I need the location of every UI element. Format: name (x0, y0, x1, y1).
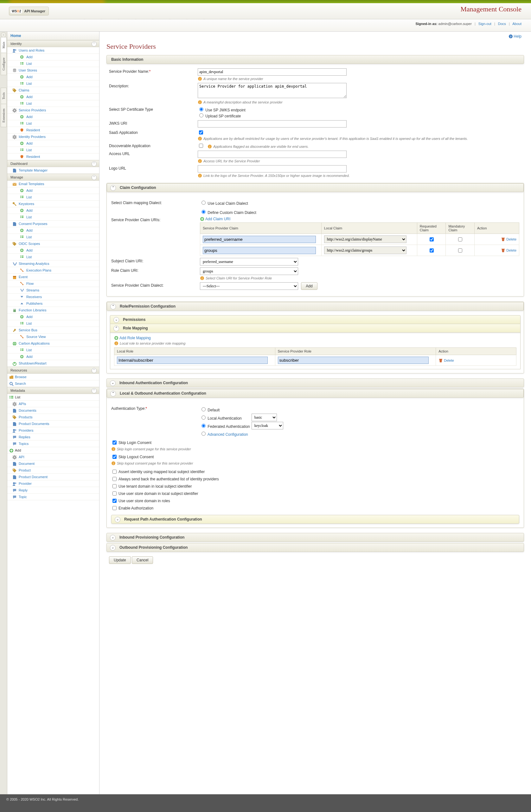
vtab-tools[interactable]: Tools (1, 88, 6, 104)
cancel-button[interactable]: Cancel (132, 556, 153, 564)
local-claim-select[interactable]: http://wso2.org/claims/groups (324, 247, 406, 254)
nav-users-roles[interactable]: Users and Roles (7, 47, 99, 54)
delete-role-mapping-link[interactable]: Delete (438, 359, 454, 362)
section-outbound-provisioning[interactable]: ⌄Outbound Provisioning Configuration (107, 543, 524, 552)
sp-dialect-select[interactable]: ---Select--- (200, 282, 298, 290)
nav-email-list[interactable]: List (7, 194, 99, 201)
nav-consent-add[interactable]: Add (7, 227, 99, 234)
nav-home[interactable]: Home (7, 32, 99, 40)
discoverable-checkbox[interactable] (199, 144, 203, 148)
nav-fn-list[interactable]: List (7, 320, 99, 327)
collapse-nav-toggle[interactable]: ‹ (1, 32, 6, 37)
dialect-local-radio[interactable] (201, 201, 206, 205)
nav-idp-add[interactable]: Add (7, 140, 99, 147)
cert-jwks-radio[interactable] (199, 107, 204, 111)
federated-auth-select[interactable]: keycloak (252, 422, 283, 430)
section-permissions[interactable]: ⌄Permissions (110, 315, 520, 324)
nav-md-products[interactable]: Products (7, 414, 99, 421)
vtab-extensions[interactable]: Extensions (1, 104, 6, 127)
cert-upload-radio[interactable] (199, 113, 204, 117)
sp-role-input[interactable] (278, 357, 429, 364)
userstore-roles-checkbox[interactable] (112, 499, 116, 503)
expand-toggle-icon[interactable]: ⌄ (110, 545, 116, 551)
nav-users-list[interactable]: List (7, 60, 99, 67)
collapse-icon[interactable]: ⌃ (92, 42, 97, 46)
nav-oidc-scopes[interactable]: OIDC Scopes (7, 241, 99, 247)
nav-service-providers[interactable]: Service Providers (7, 107, 99, 114)
nav-keystores-add[interactable]: Add (7, 207, 99, 214)
expand-toggle-icon[interactable]: ⌄ (113, 317, 119, 323)
nav-sp-resident[interactable]: Resident (7, 127, 99, 133)
nav-md-providers[interactable]: Providers (7, 427, 99, 434)
section-outbound-auth[interactable]: ⌃Local & Outbound Authentication Configu… (107, 389, 524, 398)
authtype-local-radio[interactable] (201, 416, 206, 420)
nav-md-topics[interactable]: Topics (7, 440, 99, 447)
skip-logout-checkbox[interactable] (112, 455, 116, 459)
mandatory-checkbox[interactable] (458, 237, 462, 242)
nav-consent-list[interactable]: List (7, 234, 99, 241)
nav-streams[interactable]: Streams (7, 287, 99, 294)
docs-link[interactable]: Docs (498, 22, 506, 26)
nav-email-add[interactable]: Add (7, 187, 99, 194)
collapse-icon[interactable]: ⌃ (92, 388, 97, 393)
nav-idp-resident[interactable]: Resident (7, 154, 99, 160)
nav-user-stores[interactable]: User Stores (7, 67, 99, 74)
nav-browse[interactable]: Browse (7, 374, 99, 380)
access-url-input[interactable] (198, 150, 347, 158)
nav-email-templates[interactable]: Email Templates (7, 181, 99, 187)
nav-oidc-list[interactable]: List (7, 254, 99, 260)
assert-identity-checkbox[interactable] (112, 469, 116, 474)
nav-carbon-add[interactable]: Add (7, 353, 99, 360)
add-role-mapping-link[interactable]: Add Role Mapping (114, 336, 151, 340)
expand-toggle-icon[interactable]: ⌄ (115, 517, 121, 522)
enable-authorization-checkbox[interactable] (112, 506, 116, 510)
collapse-icon[interactable]: ⌃ (92, 175, 97, 180)
nav-receivers[interactable]: Receivers (7, 294, 99, 300)
nav-flow[interactable]: Flow (7, 280, 99, 287)
local-auth-select[interactable]: basic (252, 414, 277, 421)
nav-md-add-reply[interactable]: Reply (7, 487, 99, 494)
nav-users-add[interactable]: Add (7, 54, 99, 60)
nav-userstores-add[interactable]: Add (7, 74, 99, 81)
nav-idp-list[interactable]: List (7, 147, 99, 154)
nav-source-view[interactable]: Source View (7, 334, 99, 340)
nav-md-add-product-document[interactable]: Product Document (7, 474, 99, 480)
collapse-toggle-icon[interactable]: ⌃ (113, 325, 119, 331)
section-inbound-provisioning[interactable]: ⌄Inbound Provisioning Configuration (107, 533, 524, 542)
nav-service-bus[interactable]: Service Bus (7, 327, 99, 334)
add-claim-uri-link[interactable]: Add Claim URI (200, 217, 230, 221)
collapse-icon[interactable]: ⌃ (92, 368, 97, 373)
tenant-domain-checkbox[interactable] (112, 484, 116, 488)
help-link[interactable]: Help (508, 34, 521, 39)
nav-md-add-api[interactable]: API (7, 454, 99, 461)
nav-md-add-document[interactable]: Document (7, 461, 99, 467)
update-button[interactable]: Update (109, 556, 131, 564)
vtab-configure[interactable]: Configure (1, 53, 6, 75)
nav-md-add-product[interactable]: Product (7, 467, 99, 474)
product-logo[interactable]: WSO2 API Manager (9, 6, 49, 15)
userstore-subject-checkbox[interactable] (112, 491, 116, 495)
delete-claim-link[interactable]: Delete (501, 237, 516, 241)
requested-checkbox[interactable] (430, 248, 434, 252)
nav-md-product-documents[interactable]: Product Documents (7, 421, 99, 427)
description-textarea[interactable]: Service Provider for application apim_de… (198, 83, 347, 98)
nav-oidc-add[interactable]: Add (7, 247, 99, 254)
section-request-path-auth[interactable]: ⌄Request Path Authentication Configurati… (111, 515, 519, 524)
requested-checkbox[interactable] (430, 237, 434, 242)
nav-claims-add[interactable]: Add (7, 94, 99, 100)
section-role-permission[interactable]: ⌃Role/Permission Configuration (107, 302, 524, 311)
nav-fn-add[interactable]: Add (7, 314, 99, 320)
nav-identity-providers[interactable]: Identity Providers (7, 133, 99, 140)
saas-checkbox[interactable] (199, 130, 203, 134)
sp-claim-input[interactable] (203, 247, 316, 254)
nav-function-libraries[interactable]: Function Libraries (7, 307, 99, 314)
signout-link[interactable]: Sign-out (478, 22, 491, 26)
nav-md-documents[interactable]: Documents (7, 407, 99, 414)
authtype-default-radio[interactable] (201, 407, 206, 411)
nav-keystores-list[interactable]: List (7, 214, 99, 220)
sp-name-input[interactable] (198, 68, 347, 76)
nav-publishers[interactable]: Publishers (7, 300, 99, 307)
authtype-advanced-radio[interactable] (201, 432, 206, 436)
role-claim-select[interactable]: groups (200, 267, 298, 275)
nav-shutdown[interactable]: Shutdown/Restart (7, 360, 99, 367)
